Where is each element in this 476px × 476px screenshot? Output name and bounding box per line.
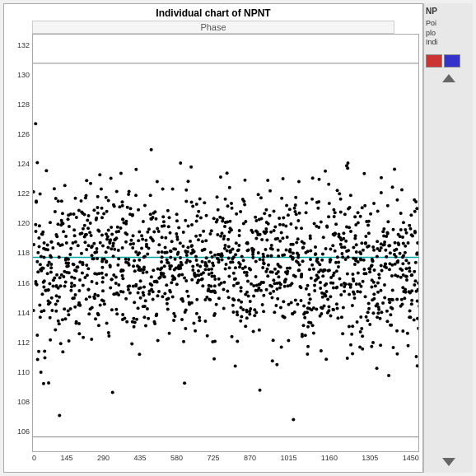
- y-axis-label: 122: [17, 190, 30, 198]
- sidebar: NP Poi plo Indi: [423, 3, 473, 473]
- plot-area-wrapper: 1321301281261241221201181161141121101081…: [7, 34, 419, 452]
- chart-title: Individual chart of NPNT: [4, 4, 422, 21]
- sidebar-arrow-down[interactable]: [442, 458, 455, 466]
- x-axis-label: 580: [170, 454, 183, 462]
- y-axis-label: 132: [17, 42, 30, 49]
- x-axis: 01452904355807258701015116013051450: [32, 452, 419, 469]
- y-axis-label: 108: [17, 399, 30, 406]
- chart-panel: Individual chart of NPNT Phase 132130128…: [3, 3, 423, 473]
- x-axis-label: 0: [32, 454, 36, 462]
- sidebar-arrow-up[interactable]: [442, 74, 455, 82]
- plot-area: [32, 34, 419, 452]
- x-axis-label: 145: [60, 454, 72, 462]
- phase-label: Phase: [32, 21, 394, 34]
- sidebar-title: NP: [426, 7, 471, 16]
- x-axis-label: 435: [133, 454, 146, 462]
- x-axis-label: 725: [207, 454, 219, 462]
- x-axis-label: 1015: [280, 454, 296, 462]
- sidebar-icon-blue[interactable]: [444, 54, 460, 68]
- sidebar-text-1: Poi plo Indi: [426, 19, 471, 48]
- y-axis: 1321301281261241221201181161141121101081…: [7, 34, 32, 452]
- x-axis-label: 1450: [403, 454, 419, 462]
- y-axis-label: 106: [17, 428, 30, 436]
- x-axis-label: 870: [244, 454, 256, 462]
- sidebar-icon-red[interactable]: [426, 54, 442, 68]
- x-axis-label: 1160: [321, 454, 338, 462]
- y-axis-label: 126: [17, 131, 30, 138]
- y-axis-label: 130: [17, 72, 30, 79]
- y-axis-label: 116: [17, 280, 30, 287]
- chart-container: Phase 1321301281261241221201181161141121…: [4, 21, 422, 472]
- y-axis-label: 114: [17, 310, 30, 317]
- y-axis-label: 112: [17, 339, 30, 347]
- y-axis-label: 120: [17, 220, 30, 227]
- y-axis-label: 128: [17, 101, 30, 109]
- x-axis-label: 290: [97, 454, 110, 462]
- y-axis-label: 124: [17, 161, 30, 168]
- x-axis-label: 1305: [362, 454, 378, 462]
- y-axis-label: 118: [17, 250, 30, 257]
- y-axis-label: 110: [17, 369, 30, 376]
